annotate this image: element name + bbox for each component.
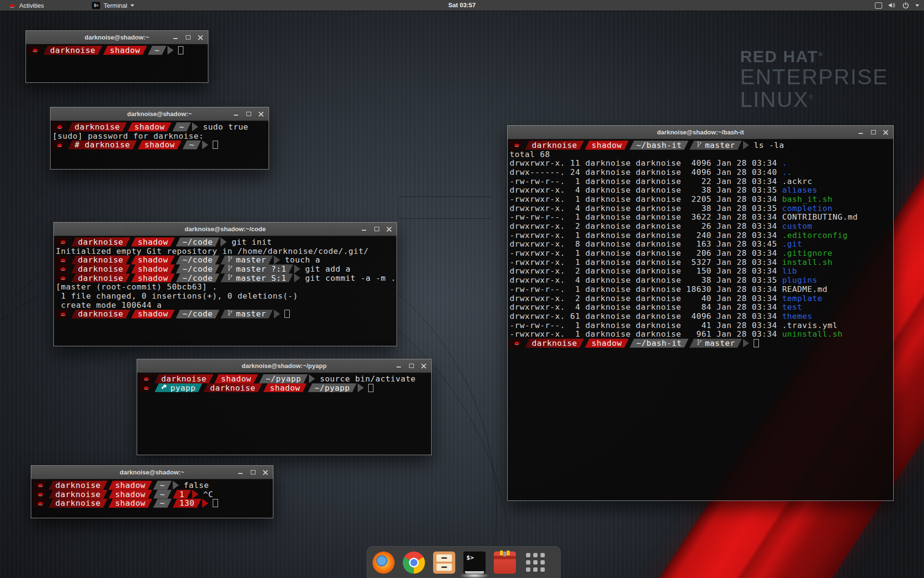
prompt-arrow-cap [294,264,300,274]
segment-text: ~ [160,499,165,508]
redhat-prompt-icon [56,237,70,247]
segment-text: shadow [221,374,251,383]
prompt-segment-host: shadow [585,141,629,150]
dock-item-show-applications[interactable] [524,552,546,574]
terminal-content[interactable]: darknoiseshadow~/pyappsource bin/activat… [137,373,431,455]
segment-text: shadow [115,490,145,499]
dock-item-files[interactable] [433,552,455,574]
segment-text: darknoise [50,46,95,55]
segment-text: ~/bash-it [636,339,681,348]
prompt-segment-path: ~ [182,140,201,149]
minimize-button[interactable] [858,130,863,135]
maximize-button[interactable] [409,363,414,368]
maximize-button[interactable] [185,35,191,40]
prompt-segment-branch: master [220,310,273,319]
app-menu[interactable]: $> Terminal [89,0,137,11]
titlebar[interactable]: darknoise@shadow:~ [31,466,273,479]
branch-icon [227,309,233,318]
close-button[interactable] [258,111,264,117]
prompt-segment-path: ~ [153,499,171,508]
dock-item-firefox[interactable] [372,552,395,574]
terminal-output-line: total 68 [510,150,893,159]
terminal-content[interactable]: darknoiseshadow~/bash-itmasterls -latota… [508,139,893,500]
dock-item-terminal[interactable]: $> [463,552,486,574]
redhat-prompt-icon [139,383,154,393]
prompt-segment-user: darknoise [68,122,127,131]
prompt-arrow-cap [173,481,179,490]
prompt-segment-user: darknoise [43,46,102,55]
minimize-button[interactable] [233,111,239,117]
close-button[interactable] [263,470,268,475]
ls-file-name: install.sh [782,258,833,267]
titlebar[interactable]: darknoise@shadow:~ [26,31,208,44]
ls-output-line: -rwxrwxr-x. 1 darknoise darknoise 2205 J… [510,195,893,204]
segment-text: ~ [179,122,184,131]
terminal-content[interactable]: darknoiseshadow~falsedarknoiseshadow~1^C… [31,479,273,518]
ls-output-line: drwxrwxr-x. 4 darknoise darknoise 84 Jan… [510,302,893,312]
segment-text: master [236,255,266,264]
branch-icon [696,339,702,348]
ls-file-name: . [782,158,787,168]
maximize-button[interactable] [246,111,251,117]
close-button[interactable] [198,35,203,40]
segment-text: master S:1 [236,274,286,283]
ls-file-name: README.md [782,285,827,294]
prompt-segment-user: darknoise [203,383,262,393]
ls-file-name: aliases [782,185,817,195]
close-button[interactable] [386,226,392,232]
maximize-button[interactable] [374,226,379,232]
prompt-arrow-cap [309,374,315,383]
prompt-segment-host: shadow [128,122,171,131]
titlebar[interactable]: darknoise@shadow:~ [51,107,269,121]
dock-item-toolbox[interactable] [494,552,516,574]
redhat-prompt-icon [28,46,42,55]
segment-text: shadow [115,499,145,508]
segment-text: ~/bash-it [636,141,681,150]
titlebar[interactable]: darknoise@shadow:~/bash-it [508,126,893,139]
volume-icon [888,2,896,9]
close-button[interactable] [883,130,888,135]
close-button[interactable] [421,363,426,368]
titlebar[interactable]: darknoise@shadow:~/pyapp [137,359,431,373]
redhat-prompt-icon [33,481,48,490]
maximize-button[interactable] [250,470,256,475]
minimize-button[interactable] [238,470,243,475]
terminal-cursor [754,339,759,347]
segment-text: darknoise [75,122,120,131]
ls-output-line: -rw-rw-r--. 1 darknoise darknoise 41 Jan… [510,321,893,330]
prompt-segment-host: shadow [138,140,181,149]
dock-item-chrome[interactable] [403,552,425,574]
terminal-content[interactable]: darknoiseshadow~ [26,44,208,82]
minimize-button[interactable] [361,226,367,232]
window-title: darknoise@shadow:~/pyapp [242,362,326,369]
segment-text: darknoise [55,490,101,499]
ls-output-line: drwxrwxr-x. 2 darknoise darknoise 40 Jan… [510,294,893,303]
prompt-line: darknoiseshadow~/pyappsource bin/activat… [139,374,431,383]
titlebar[interactable]: darknoise@shadow:~/code [54,223,397,236]
command-text: git add a [305,264,350,274]
prompt-segment-path: ~ [172,122,191,131]
prompt-segment-user: darknoise [525,339,584,348]
clock[interactable]: Sat 03:57 [448,0,475,11]
prompt-segment-path: ~/pyapp [259,374,308,383]
prompt-segment-path: ~/code [176,264,219,274]
ls-line-details: drwxrwxr-x. 2 darknoise darknoise 40 Jan… [510,294,782,303]
maximize-button[interactable] [871,130,876,135]
minimize-button[interactable] [173,35,178,40]
activities-button[interactable]: Activities [5,0,48,11]
ls-file-name: template [782,294,822,303]
ls-line-details: drwxrwxr-x. 4 darknoise darknoise 38 Jan… [510,276,782,285]
terminal-content[interactable]: darknoiseshadow~/codegit initInitialized… [54,236,397,346]
segment-text: shadow [270,383,300,393]
minimize-button[interactable] [396,363,401,368]
system-status-area[interactable] [875,0,919,11]
prompt-arrow-cap [274,310,280,319]
terminal-content[interactable]: darknoiseshadow~sudo true[sudo] password… [51,121,269,169]
ls-output-line: -rwxrwxr-x. 1 darknoise darknoise 961 Ja… [510,329,893,339]
rhel-logo-redhat: RED HAT® [740,47,888,66]
prompt-segment-host: shadow [103,46,147,55]
prompt-segment-path: ~/code [176,310,219,319]
segment-text: ~/code [182,264,213,274]
ls-file-name: bash_it.sh [782,195,833,204]
prompt-segment-path: ~/bash-it [629,339,688,348]
